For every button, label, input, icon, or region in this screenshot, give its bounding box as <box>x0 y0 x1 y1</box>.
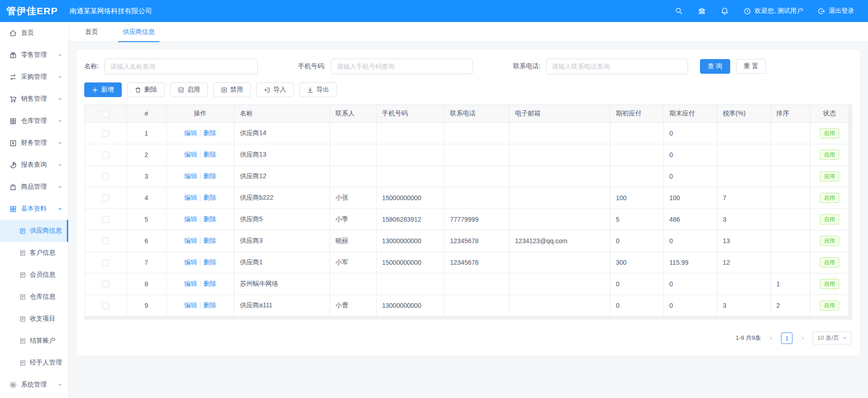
add-button[interactable]: 新增 <box>84 82 122 97</box>
status-badge: 启用 <box>820 150 839 160</box>
col-sort: 排序 <box>770 105 810 123</box>
welcome-user[interactable]: 欢迎您, 测试用户 <box>743 7 803 15</box>
sidebar-item-warehouse-info[interactable]: 仓库信息 <box>0 286 68 308</box>
mobile-input[interactable] <box>331 59 473 74</box>
delete-link[interactable]: 删除 <box>203 258 216 266</box>
doc-icon <box>19 250 26 256</box>
sidebar-item-home[interactable]: 首页 <box>0 22 68 44</box>
export-icon <box>307 87 313 93</box>
chevron-down-icon <box>57 118 63 124</box>
bank-icon[interactable] <box>698 7 706 15</box>
bell-icon[interactable] <box>721 7 729 15</box>
row-checkbox[interactable] <box>102 173 109 180</box>
export-button[interactable]: 导出 <box>299 82 337 97</box>
x-square-icon <box>221 87 227 93</box>
edit-link[interactable]: 编辑 <box>184 280 197 287</box>
sidebar-item-settlement-account[interactable]: 结算账户 <box>0 330 68 352</box>
delete-link[interactable]: 删除 <box>203 129 216 136</box>
chevron-down-icon <box>842 336 847 340</box>
table-header-row: # 操作 名称 联系人 手机号码 联系电话 电子邮箱 期初应付 期末应付 税率(… <box>85 105 849 123</box>
row-checkbox[interactable] <box>102 302 109 309</box>
edit-link[interactable]: 编辑 <box>184 258 197 266</box>
delete-link[interactable]: 删除 <box>203 215 216 223</box>
sidebar-item-handler-management[interactable]: 经手人管理 <box>0 352 68 374</box>
edit-link[interactable]: 编辑 <box>184 215 197 223</box>
edit-link[interactable]: 编辑 <box>184 172 197 180</box>
bag-icon <box>9 183 17 191</box>
name-input[interactable] <box>104 59 258 74</box>
row-checkbox[interactable] <box>102 130 109 137</box>
sidebar-item-customer-info[interactable]: 客户信息 <box>0 242 68 264</box>
table-wrap: # 操作 名称 联系人 手机号码 联系电话 电子邮箱 期初应付 期末应付 税率(… <box>84 104 852 316</box>
sidebar-item-sales[interactable]: 销售管理 <box>0 88 68 110</box>
row-checkbox[interactable] <box>102 281 109 288</box>
sidebar-item-income-expense[interactable]: 收支项目 <box>0 308 68 330</box>
edit-link[interactable]: 编辑 <box>184 237 197 244</box>
page-number[interactable]: 1 <box>781 333 792 344</box>
row-checkbox[interactable] <box>102 152 109 158</box>
sidebar-item-warehouse[interactable]: 仓库管理 <box>0 110 68 132</box>
phone-input[interactable] <box>546 59 688 74</box>
chevron-down-icon <box>57 74 63 80</box>
search-icon[interactable] <box>675 7 683 15</box>
page-size-value: 10 条/页 <box>817 334 839 342</box>
logout-text: 退出登录 <box>829 7 854 15</box>
sidebar-item-supplier-info[interactable]: 供应商信息 <box>0 220 68 242</box>
delete-link[interactable]: 删除 <box>203 301 216 309</box>
reset-button[interactable]: 重 置 <box>736 59 766 74</box>
disable-button[interactable]: 禁用 <box>213 82 251 97</box>
delete-link[interactable]: 删除 <box>203 151 216 158</box>
table-row: 4 编辑|删除 供应商b222 小张 15000000000 100 100 7 <box>85 187 849 209</box>
row-checkbox[interactable] <box>102 216 109 223</box>
vertical-scrollbar[interactable] <box>849 104 852 316</box>
row-checkbox[interactable] <box>102 195 109 202</box>
sidebar-item-basic-data[interactable]: 基本资料 <box>0 198 68 220</box>
tab-home[interactable]: 首页 <box>81 28 103 42</box>
delete-link[interactable]: 删除 <box>203 280 216 287</box>
col-actions: 操作 <box>166 105 234 123</box>
delete-link[interactable]: 删除 <box>203 172 216 180</box>
sidebar-item-system[interactable]: 系统管理 <box>0 374 68 396</box>
horizontal-scrollbar[interactable] <box>84 316 852 320</box>
table-row: 1 编辑|删除 供应商14 0 启 <box>85 123 849 144</box>
select-all-checkbox[interactable] <box>102 110 109 117</box>
delete-link[interactable]: 删除 <box>203 194 216 201</box>
sidebar-item-goods[interactable]: 商品管理 <box>0 176 68 198</box>
row-checkbox[interactable] <box>102 259 109 266</box>
enable-button[interactable]: 启用 <box>170 82 208 97</box>
sidebar-item-retail[interactable]: 零售管理 <box>0 44 68 66</box>
edit-link[interactable]: 编辑 <box>184 151 197 158</box>
prev-page-button[interactable]: ‹ <box>765 333 776 343</box>
status-badge: 启用 <box>820 171 839 181</box>
table-row: 9 编辑|删除 供应商a111 小曹 13000000000 0 0 3 2 <box>85 295 849 316</box>
delete-button[interactable]: 删除 <box>127 82 165 97</box>
row-checkbox[interactable] <box>102 238 109 245</box>
sidebar-item-reports[interactable]: 报表查询 <box>0 154 68 176</box>
page-size-select[interactable]: 10 条/页 <box>813 332 852 344</box>
edit-link[interactable]: 编辑 <box>184 301 197 309</box>
gift-icon <box>9 51 17 59</box>
chevron-down-icon <box>57 52 63 58</box>
status-badge: 启用 <box>820 257 839 267</box>
sidebar-item-finance[interactable]: 财务管理 <box>0 132 68 154</box>
doc-icon <box>19 360 26 366</box>
topbar: 管伊佳ERP 南通某某网络科技有限公司 欢迎您, 测试用户 退出登录 <box>0 0 868 22</box>
main-area: 首页 供应商信息 名称: 手机号码: 联系电话: <box>69 22 868 398</box>
edit-link[interactable]: 编辑 <box>184 194 197 201</box>
delete-link[interactable]: 删除 <box>203 237 216 244</box>
page-content: 名称: 手机号码: 联系电话: 查 询 重 置 <box>69 42 868 398</box>
logout-button[interactable]: 退出登录 <box>818 7 854 15</box>
edit-link[interactable]: 编辑 <box>184 129 197 136</box>
plus-icon <box>92 87 98 93</box>
sidebar-item-purchase[interactable]: 采购管理 <box>0 66 68 88</box>
clock-icon <box>743 7 751 15</box>
next-page-button[interactable]: › <box>797 333 808 343</box>
table-row: 2 编辑|删除 供应商13 0 启 <box>85 144 849 166</box>
sidebar-item-member-info[interactable]: 会员信息 <box>0 264 68 286</box>
home-icon <box>9 29 17 37</box>
import-button[interactable]: 导入 <box>256 82 294 97</box>
chevron-down-icon <box>57 162 63 168</box>
search-button[interactable]: 查 询 <box>700 59 730 74</box>
tab-supplier-info[interactable]: 供应商信息 <box>118 28 159 42</box>
doc-icon <box>19 294 26 300</box>
